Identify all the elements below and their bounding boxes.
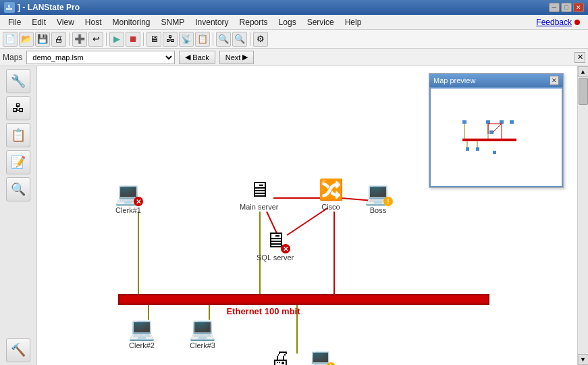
map-preview-content bbox=[429, 87, 563, 187]
maps-bar: Maps demo_map.lsm ◀ Back Next ▶ ✕ bbox=[0, 49, 588, 66]
node-reception[interactable]: 💻 ! Reception bbox=[304, 347, 338, 365]
title-bar-left: 🖧 ] - LANState Pro bbox=[4, 2, 80, 13]
sidebar-btn-3[interactable]: 📋 bbox=[6, 123, 30, 147]
node-clerk3[interactable]: 💻 Clerk#3 bbox=[189, 316, 216, 349]
title-bar-controls[interactable]: ─ □ ✕ bbox=[549, 3, 584, 12]
left-sidebar: 🔧 🖧 📋 📝 🔍 🔨 bbox=[0, 66, 37, 365]
reception-icon: 💻 ! bbox=[307, 347, 334, 365]
toolbar-monitor[interactable]: 🖥 bbox=[146, 32, 161, 47]
cisco-icon: 🔀 bbox=[317, 178, 344, 201]
clerk2-icon: 💻 bbox=[128, 316, 155, 340]
svg-rect-11 bbox=[486, 120, 490, 124]
scroll-track bbox=[578, 77, 589, 354]
ethernet-bar bbox=[118, 294, 489, 305]
clerk2-label: Clerk#2 bbox=[129, 341, 155, 349]
sidebar-btn-2[interactable]: 🖧 bbox=[6, 96, 30, 120]
mainserver-icon: 🖥 bbox=[246, 178, 273, 201]
menu-host[interactable]: Host bbox=[80, 16, 107, 28]
toolbar-print[interactable]: 🖨 bbox=[51, 32, 66, 47]
main-content: 🔧 🖧 📋 📝 🔍 🔨 bbox=[0, 66, 588, 365]
close-button[interactable]: ✕ bbox=[573, 3, 584, 12]
maps-select[interactable]: demo_map.lsm bbox=[26, 51, 175, 64]
minimize-button[interactable]: ─ bbox=[549, 3, 560, 12]
node-sqlserver[interactable]: 🖥 ✕ SQL server bbox=[257, 228, 294, 262]
svg-rect-15 bbox=[462, 139, 516, 141]
node-clerk2[interactable]: 💻 Clerk#2 bbox=[128, 316, 155, 349]
svg-rect-12 bbox=[500, 120, 504, 124]
maps-close-button[interactable]: ✕ bbox=[574, 52, 585, 63]
right-scrollbar: ▲ ▼ bbox=[577, 66, 588, 365]
toolbar-search2[interactable]: 🔍 bbox=[232, 32, 247, 47]
boss-status: ! bbox=[383, 197, 393, 206]
maps-label: Maps bbox=[3, 53, 22, 62]
menu-monitoring[interactable]: Monitoring bbox=[107, 16, 156, 28]
clerk3-icon: 💻 bbox=[189, 316, 216, 340]
toolbar-settings[interactable]: ⚙ bbox=[253, 32, 268, 47]
toolbar-list[interactable]: 📋 bbox=[195, 32, 210, 47]
toolbar-sep4 bbox=[213, 32, 213, 46]
svg-rect-18 bbox=[493, 151, 496, 154]
toolbar-undo[interactable]: ↩ bbox=[88, 32, 103, 47]
menu-reports[interactable]: Reports bbox=[234, 16, 273, 28]
toolbar-search[interactable]: 🔍 bbox=[216, 32, 231, 47]
mainserver-label: Main server bbox=[240, 203, 278, 211]
feedback-dot bbox=[574, 20, 580, 25]
menu-view[interactable]: View bbox=[51, 16, 80, 28]
toolbar-sep2 bbox=[106, 32, 107, 46]
sqlserver-status: ✕ bbox=[281, 244, 290, 253]
menu-items: File Edit View Host Monitoring SNMP Inve… bbox=[3, 16, 367, 28]
toolbar-scan[interactable]: 📡 bbox=[179, 32, 194, 47]
sidebar-btn-1[interactable]: 🔧 bbox=[6, 69, 30, 93]
map-preview-header: Map preview ✕ bbox=[429, 74, 563, 87]
toolbar-open[interactable]: 📂 bbox=[19, 32, 34, 47]
node-cisco[interactable]: 🔀 Cisco bbox=[317, 178, 344, 211]
menu-help[interactable]: Help bbox=[340, 16, 367, 28]
node-clerk1[interactable]: 💻 ✕ Clerk#1 bbox=[115, 181, 142, 214]
menu-file[interactable]: File bbox=[3, 16, 26, 28]
title-bar: 🖧 ] - LANState Pro ─ □ ✕ bbox=[0, 0, 588, 15]
toolbar-network[interactable]: 🖧 bbox=[163, 32, 178, 47]
clerk1-label: Clerk#1 bbox=[115, 206, 141, 214]
clerk1-icon: 💻 ✕ bbox=[115, 181, 142, 205]
toolbar-save[interactable]: 💾 bbox=[35, 32, 50, 47]
svg-rect-10 bbox=[462, 120, 466, 124]
map-preview-title: Map preview bbox=[433, 76, 475, 84]
printer-icon: 🖨 bbox=[267, 347, 294, 365]
node-mainserver[interactable]: 🖥 Main server bbox=[240, 178, 278, 211]
map-area: Ethernet 100 mbit 💻 ✕ Clerk#1 🖥 Main ser… bbox=[37, 66, 577, 365]
sidebar-btn-6[interactable]: 🔨 bbox=[6, 338, 30, 362]
map-preview-close[interactable]: ✕ bbox=[550, 76, 559, 85]
toolbar-stop[interactable]: ⏹ bbox=[126, 32, 140, 47]
svg-line-25 bbox=[493, 124, 502, 132]
clerk3-label: Clerk#3 bbox=[190, 341, 215, 349]
toolbar-sep3 bbox=[143, 32, 144, 46]
svg-rect-13 bbox=[510, 120, 514, 124]
scroll-up-arrow[interactable]: ▲ bbox=[578, 66, 589, 77]
ethernet-label: Ethernet 100 mbit bbox=[37, 306, 489, 316]
menu-inventory[interactable]: Inventory bbox=[190, 16, 234, 28]
menu-snmp[interactable]: SNMP bbox=[156, 16, 190, 28]
feedback-link[interactable]: Feedback bbox=[531, 16, 585, 28]
menu-logs[interactable]: Logs bbox=[273, 16, 302, 28]
window-title: ] - LANState Pro bbox=[18, 3, 80, 12]
next-button[interactable]: Next ▶ bbox=[219, 51, 255, 64]
sqlserver-icon: 🖥 ✕ bbox=[262, 228, 289, 252]
node-printer[interactable]: 🖨 Printer bbox=[267, 347, 294, 365]
sidebar-btn-5[interactable]: 🔍 bbox=[6, 177, 30, 201]
menu-service[interactable]: Service bbox=[302, 16, 340, 28]
toolbar-new[interactable]: 📄 bbox=[3, 32, 18, 47]
toolbar-sep1 bbox=[69, 32, 70, 46]
toolbar-play[interactable]: ▶ bbox=[109, 32, 124, 47]
preview-svg bbox=[456, 110, 537, 164]
cisco-label: Cisco bbox=[321, 203, 340, 211]
menu-edit[interactable]: Edit bbox=[26, 16, 51, 28]
scroll-thumb[interactable] bbox=[579, 78, 588, 105]
scroll-down-arrow[interactable]: ▼ bbox=[578, 354, 589, 365]
node-boss[interactable]: 💻 ! Boss bbox=[365, 181, 392, 214]
toolbar-add[interactable]: ➕ bbox=[72, 32, 87, 47]
maximize-button[interactable]: □ bbox=[561, 3, 572, 12]
boss-label: Boss bbox=[370, 206, 386, 214]
sidebar-btn-4[interactable]: 📝 bbox=[6, 150, 30, 174]
app-icon: 🖧 bbox=[4, 2, 15, 13]
back-button[interactable]: ◀ Back bbox=[179, 51, 215, 64]
